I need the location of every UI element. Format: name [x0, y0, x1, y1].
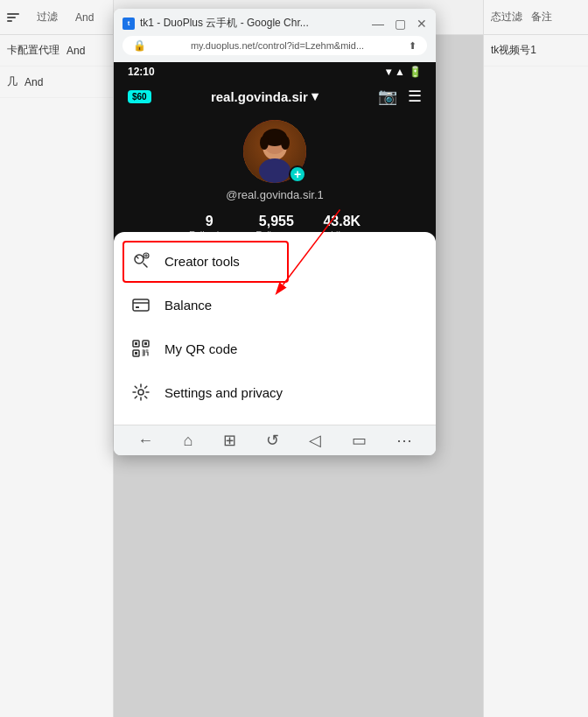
svg-point-6 [259, 158, 290, 183]
header-col2: And [75, 11, 94, 24]
browser-title: tk1 - DuoPlus 云手机 - Google Chr... [140, 16, 309, 31]
more-button[interactable]: ⋯ [396, 431, 412, 450]
svg-point-4 [260, 136, 269, 150]
row2-col1: 几 [7, 74, 18, 89]
time-display: 12:10 [128, 66, 155, 78]
camera-icon[interactable]: 📷 [378, 87, 397, 106]
right-header-col2: 备注 [531, 10, 552, 25]
nav-icons[interactable]: 📷 ☰ [378, 87, 422, 106]
right-panel: 态过滤 备注 tk视频号1 [483, 0, 588, 717]
back-button[interactable]: ← [137, 432, 153, 450]
minimize-button[interactable]: — [372, 17, 384, 31]
avatar-section: + @real.govinda.sir.1 [114, 111, 436, 207]
browser-titlebar: t tk1 - DuoPlus 云手机 - Google Chr... — ▢ … [122, 16, 427, 31]
table-row: 几 And [0, 67, 113, 98]
status-icons: ▾ ▲ 🔋 [386, 66, 422, 78]
cast-button[interactable]: ▭ [352, 431, 367, 450]
lock-icon: 🔒 [133, 39, 146, 52]
svg-point-7 [135, 255, 144, 264]
status-bar: 12:10 ▾ ▲ 🔋 [114, 62, 436, 81]
tabs-button[interactable]: ⊞ [223, 431, 236, 450]
table-row: 卡配置代理 And [0, 35, 113, 67]
left-panel: 过滤 And 卡配置代理 And 几 And [0, 0, 114, 717]
filter-icon [7, 13, 19, 22]
audio-button[interactable]: ◁ [309, 431, 321, 450]
row1-col1: 卡配置代理 [7, 43, 60, 58]
balance-badge: $60 [128, 90, 151, 103]
maximize-button[interactable]: ▢ [395, 17, 406, 31]
browser-addressbar[interactable]: 🔒 my.duoplus.net/control?id=Lzehm&mid...… [122, 36, 427, 55]
balance-label: Balance [164, 298, 212, 313]
row2-col2: And [24, 76, 43, 88]
chevron-down-icon: ▾ [312, 88, 318, 104]
table-rows: 卡配置代理 And 几 And [0, 35, 113, 98]
home-button[interactable]: ⌂ [183, 432, 192, 450]
svg-rect-12 [135, 342, 137, 345]
share-icon[interactable]: ⬆ [409, 40, 416, 52]
wifi-icon: ▾ [386, 66, 391, 78]
close-button[interactable]: ✕ [416, 17, 427, 31]
menu-icon[interactable]: ☰ [408, 87, 422, 106]
browser-window: t tk1 - DuoPlus 云手机 - Google Chr... — ▢ … [114, 9, 436, 455]
svg-rect-9 [133, 299, 149, 311]
balance-item[interactable]: Balance [114, 283, 436, 327]
balance-icon [131, 295, 150, 314]
settings-label: Settings and privacy [164, 385, 283, 400]
browser-title-left: t tk1 - DuoPlus 云手机 - Google Chr... [122, 16, 309, 31]
refresh-button[interactable]: ↺ [266, 431, 279, 450]
svg-point-5 [281, 136, 290, 150]
following-count: 9 [189, 214, 229, 229]
likes-count: 43.8K [323, 214, 360, 229]
username-area[interactable]: real.govinda.sir ▾ [211, 88, 318, 104]
battery-icon: 🔋 [409, 66, 422, 78]
browser-controls[interactable]: — ▢ ✕ [372, 17, 427, 31]
browser-chrome: t tk1 - DuoPlus 云手机 - Google Chr... — ▢ … [114, 9, 436, 62]
svg-rect-16 [135, 352, 137, 355]
row1-col2: And [66, 45, 85, 57]
tiktok-topnav: $60 real.govinda.sir ▾ 📷 ☰ [114, 81, 436, 111]
url-text: my.duoplus.net/control?id=Lzehm&mid... [191, 40, 364, 51]
settings-item[interactable]: Settings and privacy [114, 370, 436, 414]
tiktok-app: $60 real.govinda.sir ▾ 📷 ☰ [114, 81, 436, 425]
followers-count: 5,955 [256, 214, 297, 229]
right-row-col1: tk视频号1 [491, 43, 536, 58]
phone-screen: 12:10 ▾ ▲ 🔋 $60 real.govinda.sir ▾ 📷 ☰ [114, 62, 436, 425]
add-avatar-button[interactable]: + [289, 165, 306, 183]
creator-tools-item[interactable]: Creator tools [114, 239, 436, 283]
svg-point-17 [138, 390, 144, 395]
dropdown-menu: Creator tools Balance [114, 232, 436, 425]
creator-tools-label: Creator tools [164, 254, 240, 269]
profile-handle: @real.govinda.sir.1 [226, 188, 323, 201]
svg-rect-10 [136, 306, 139, 308]
signal-icon: ▲ [395, 66, 405, 78]
browser-favicon: t [122, 18, 135, 30]
right-header: 态过滤 备注 [484, 0, 588, 35]
username-text: real.govinda.sir [211, 89, 308, 104]
browser-bottombar: ← ⌂ ⊞ ↺ ◁ ▭ ⋯ [114, 425, 436, 455]
avatar-wrapper: + [243, 120, 306, 183]
header-col1: 过滤 [37, 10, 58, 25]
qr-code-item[interactable]: My QR code [114, 327, 436, 370]
settings-icon [131, 383, 150, 402]
qr-code-label: My QR code [164, 341, 237, 356]
right-row: tk视频号1 [484, 35, 588, 67]
right-header-col1: 态过滤 [491, 10, 522, 25]
table-header: 过滤 And [0, 0, 113, 35]
qr-code-icon [131, 339, 150, 358]
svg-rect-14 [144, 342, 147, 345]
creator-tools-icon [131, 251, 150, 271]
